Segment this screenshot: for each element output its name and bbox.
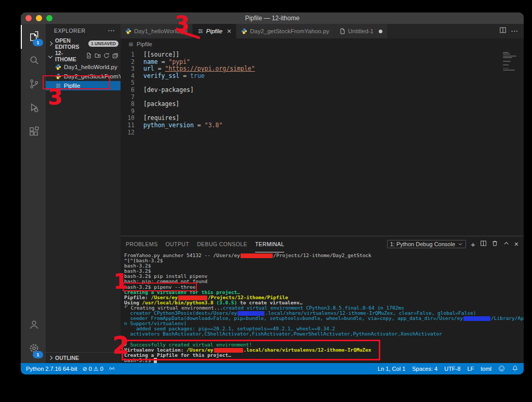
minimap-line <box>503 70 515 71</box>
close-window-button[interactable] <box>25 15 32 21</box>
editor-group: Day1_helloWorld.pyPipfile×Day2_getStockF… <box>121 24 524 363</box>
activity-explorer[interactable]: 1 <box>21 25 46 49</box>
breadcrumb-file: Pipfile <box>137 41 152 47</box>
close-tab-icon[interactable]: × <box>227 28 231 35</box>
tab-label: Untitled-1 <box>348 28 374 34</box>
eol[interactable]: LF <box>467 366 474 372</box>
code-line-4: 4verify_ssl = true <box>121 73 524 80</box>
activity-search[interactable] <box>21 49 46 73</box>
breadcrumb[interactable]: Pipfile <box>121 38 524 50</box>
tab-Day1_helloWorld.py[interactable]: Day1_helloWorld.py <box>121 24 193 38</box>
search-icon <box>28 54 40 68</box>
kill-terminal-icon[interactable] <box>491 239 498 249</box>
cursor-position[interactable]: Ln 1, Col 1 <box>378 366 405 372</box>
problems-status[interactable]: ⊘0 ⚠0 <box>82 366 103 372</box>
minimize-window-button[interactable] <box>36 15 42 21</box>
minimap-line <box>503 52 509 53</box>
activity-bottom: 1 <box>21 313 46 363</box>
panel-tab-output[interactable]: OUTPUT <box>166 236 190 252</box>
activity-top: 1 <box>21 25 46 144</box>
minimap[interactable] <box>503 52 517 72</box>
folder-name: 12-ITHOME <box>55 50 84 62</box>
activity-bar: 1 1 <box>21 24 46 363</box>
panel-header: PROBLEMSOUTPUTDEBUG CONSOLETERMINAL 1: P… <box>121 236 524 252</box>
broadcast-icon[interactable] <box>109 365 115 373</box>
code-line-9: 9 <box>121 108 524 115</box>
minimap-line <box>503 68 509 69</box>
chevron-right-icon <box>48 356 52 360</box>
line-number: 8 <box>121 101 143 108</box>
line-number: 4 <box>121 73 143 80</box>
vscode-window: Pipfile — 12-ithome 1 1 EXPLORER ··· OPE… <box>21 12 524 374</box>
terminal-cursor <box>154 358 157 363</box>
activity-settings[interactable]: 1 <box>21 337 46 361</box>
open-editors-section[interactable]: OPEN EDITORS 1 UNSAVED <box>46 37 121 50</box>
file-name: Day1_helloWorld.py <box>64 64 117 70</box>
tab-Pipfile[interactable]: Pipfile× <box>193 24 237 38</box>
code-line-6: 6[dev-packages] <box>121 87 524 94</box>
panel-tab-terminal[interactable]: TERMINAL <box>255 236 284 252</box>
run-debug-icon <box>28 102 40 116</box>
editor-pane[interactable]: 1[[source]]2name = "pypi"3url = "https:/… <box>121 50 524 236</box>
redaction-red <box>241 253 273 258</box>
tab-Day2_getStockFromYahoo.py[interactable]: Day2_getStockFromYahoo.py <box>236 24 335 38</box>
editor-more-actions-icon[interactable]: ··· <box>511 28 518 34</box>
line-number: 7 <box>121 94 143 101</box>
tab-label: Day2_getStockFromYahoo.py <box>250 28 329 34</box>
collapse-all-icon[interactable] <box>112 52 118 60</box>
line-number: 3 <box>121 65 143 73</box>
tab-bar: Day1_helloWorld.pyPipfile×Day2_getStockF… <box>121 24 524 38</box>
line-number: 10 <box>121 115 143 122</box>
minimap-line <box>503 64 509 65</box>
indentation[interactable]: Spaces: 4 <box>412 366 437 372</box>
panel-tab-debug-console[interactable]: DEBUG CONSOLE <box>197 236 247 252</box>
tab-Untitled-1[interactable]: Untitled-1 <box>335 24 388 38</box>
line-number: 1 <box>121 51 143 59</box>
panel-tab-problems[interactable]: PROBLEMS <box>126 236 158 252</box>
code-line-7: 7 <box>121 94 524 101</box>
line-number: 11 <box>121 122 143 129</box>
terminal-line: FromYahoo.py auncher 54132 -- /Users/ey/… <box>124 253 524 258</box>
python-interpreter[interactable]: Python 2.7.16 64-bit <box>26 366 77 372</box>
file-item-Pipfile[interactable]: Pipfile <box>46 81 121 90</box>
zoom-window-button[interactable] <box>46 15 52 21</box>
window-title: Pipfile — 12-ithome <box>245 15 300 22</box>
terminal-line: Creating a virtualenv for this project… <box>124 290 524 295</box>
activity-source-control[interactable] <box>21 73 46 97</box>
split-terminal-icon[interactable] <box>480 239 487 249</box>
code-area: 1[[source]]2name = "pypi"3url = "https:/… <box>121 50 524 136</box>
outline-section[interactable]: OUTLINE <box>46 352 121 363</box>
outline-label: OUTLINE <box>55 355 79 361</box>
activity-run-debug[interactable] <box>21 97 46 120</box>
file-item-Day1_helloWorld.py[interactable]: Day1_helloWorld.py <box>46 62 121 72</box>
code-line-12: 12 <box>121 129 524 137</box>
warnings-icon: ⚠ <box>94 366 99 372</box>
language-mode[interactable]: toml <box>481 366 491 372</box>
activity-extensions[interactable] <box>21 120 46 144</box>
errors-icon: ⊘ <box>82 366 87 372</box>
split-editor-icon[interactable] <box>499 26 507 36</box>
maximize-panel-icon[interactable] <box>503 239 510 249</box>
close-panel-icon[interactable]: × <box>514 240 518 248</box>
folder-root[interactable]: 12-ITHOME <box>46 50 121 62</box>
line-number: 2 <box>121 59 143 66</box>
feedback-icon[interactable] <box>498 365 505 373</box>
tab-label: Pipfile <box>206 28 222 34</box>
annotation-box-success: ✔ Successfully created virtual environme… <box>124 342 378 358</box>
file-item-Day2_getStockFromYahoo...[interactable]: Day2_getStockFromYahoo... <box>46 72 121 81</box>
status-bar: Python 2.7.16 64-bit ⊘0 ⚠0 Ln 1, Col 1 S… <box>21 363 524 374</box>
notifications-bell-icon[interactable] <box>512 365 518 373</box>
terminal-selector-dropdown[interactable]: 1: Python Debug Console <box>387 240 466 248</box>
activity-account[interactable] <box>21 313 46 337</box>
encoding[interactable]: UTF-8 <box>444 366 460 372</box>
title-bar[interactable]: Pipfile — 12-ithome <box>21 12 524 24</box>
terminal[interactable]: FromYahoo.py auncher 54132 -- /Users/ey/… <box>121 252 524 363</box>
new-file-icon[interactable] <box>86 52 92 60</box>
code-line-10: 10[requires] <box>121 115 524 122</box>
code-line-2: 2name = "pypi" <box>121 59 524 66</box>
more-actions-icon[interactable]: ··· <box>108 28 115 34</box>
refresh-icon[interactable] <box>103 52 110 60</box>
new-terminal-icon[interactable]: + <box>471 240 475 248</box>
account-icon <box>28 318 40 332</box>
new-folder-icon[interactable] <box>95 52 101 60</box>
